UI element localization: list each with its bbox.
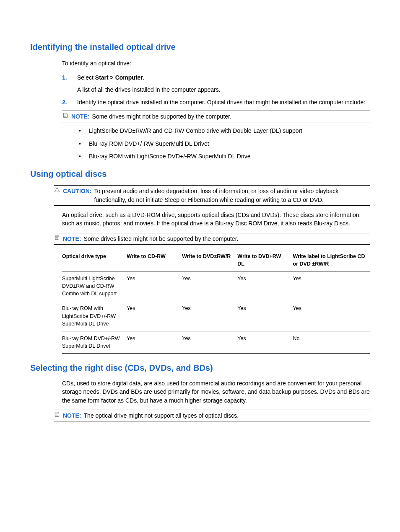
intro-text: To identify an optical drive: xyxy=(62,59,370,67)
caution-text: To prevent audio and video degradation, … xyxy=(94,187,370,204)
step-number: 1. xyxy=(62,73,77,94)
th: Write label to LightScribe CD or DVD ±RW… xyxy=(293,249,370,271)
heading-selecting: Selecting the right disc (CDs, DVDs, and… xyxy=(30,362,370,374)
note-label: NOTE: xyxy=(71,112,90,121)
step-text: Identify the optical drive installed in … xyxy=(77,99,365,106)
step-2: 2. Identify the optical drive installed … xyxy=(62,98,370,106)
note-label: NOTE: xyxy=(63,411,81,420)
step-bold: Start > Computer xyxy=(95,74,143,81)
td: Yes xyxy=(182,301,237,331)
td: No xyxy=(293,331,370,353)
td: Blu-ray ROM DVD+/-RW SuperMulti DL Drive… xyxy=(62,331,127,353)
note-callout-2: NOTE: Some drives listed might not be su… xyxy=(54,233,370,245)
td: Yes xyxy=(237,271,293,301)
note-text: The optical drive might not support all … xyxy=(84,411,370,420)
step-number: 2. xyxy=(62,98,77,106)
caution-label: CAUTION: xyxy=(63,187,91,195)
drive-bullets: LightScribe DVD±RW/R and CD-RW Combo dri… xyxy=(77,127,370,160)
td: Yes xyxy=(127,331,182,353)
step-1: 1. Select Start > Computer. A list of al… xyxy=(62,73,370,94)
td: Yes xyxy=(127,301,182,331)
th: Optical drive type xyxy=(62,249,127,271)
bullet-item: Blu-ray ROM DVD+/-RW SuperMulti DL Drive… xyxy=(77,139,370,148)
bullet-item: Blu-ray ROM with LightScribe DVD+/-RW Su… xyxy=(77,152,370,160)
section2-para: An optical drive, such as a DVD-ROM driv… xyxy=(62,211,370,228)
td: Blu-ray ROM with LightScribe DVD+/-RW Su… xyxy=(62,301,127,331)
steps-list: 1. Select Start > Computer. A list of al… xyxy=(30,73,370,106)
note-icon xyxy=(54,235,60,243)
th: Write to DVD+RW DL xyxy=(237,249,293,271)
section3-para: CDs, used to store digital data, are als… xyxy=(62,379,370,405)
th: Write to DVD±RW/R xyxy=(182,249,237,271)
td: Yes xyxy=(182,331,237,353)
td: Yes xyxy=(237,331,293,353)
td: Yes xyxy=(293,301,370,331)
note-label: NOTE: xyxy=(63,235,81,243)
drive-table: Optical drive type Write to CD-RW Write … xyxy=(62,249,370,354)
caution-callout: CAUTION: To prevent audio and video degr… xyxy=(54,185,370,206)
bullet-item: LightScribe DVD±RW/R and CD-RW Combo dri… xyxy=(77,127,370,135)
caution-icon xyxy=(54,187,60,195)
td: Yes xyxy=(182,271,237,301)
note-callout: NOTE: Some drives might not be supported… xyxy=(62,111,370,122)
page-footer: Optical drive 49 xyxy=(30,530,370,532)
td: Yes xyxy=(293,271,370,301)
heading-using: Using optical discs xyxy=(30,168,370,180)
step-text-pre: Select xyxy=(77,74,95,81)
note-icon xyxy=(54,411,60,419)
td: Yes xyxy=(127,271,182,301)
note-icon xyxy=(62,112,69,120)
table-row: Blu-ray ROM with LightScribe DVD+/-RW Su… xyxy=(62,301,370,331)
table-header-row: Optical drive type Write to CD-RW Write … xyxy=(62,249,370,271)
td: SuperMulti LightScribe DVD±RW and CD-RW … xyxy=(62,271,127,301)
step-text-post: . xyxy=(143,74,145,81)
note-callout-3: NOTE: The optical drive might not suppor… xyxy=(54,410,370,421)
th: Write to CD-RW xyxy=(127,249,182,271)
note-text: Some drives listed might not be supporte… xyxy=(84,235,370,243)
step-subtext: A list of all the drives installed in th… xyxy=(77,85,370,94)
table-row: SuperMulti LightScribe DVD±RW and CD-RW … xyxy=(62,271,370,301)
note-text: Some drives might not be supported by th… xyxy=(92,112,370,121)
heading-identifying: Identifying the installed optical drive xyxy=(30,41,370,53)
td: Yes xyxy=(237,301,293,331)
table-row: Blu-ray ROM DVD+/-RW SuperMulti DL Drive… xyxy=(62,331,370,353)
